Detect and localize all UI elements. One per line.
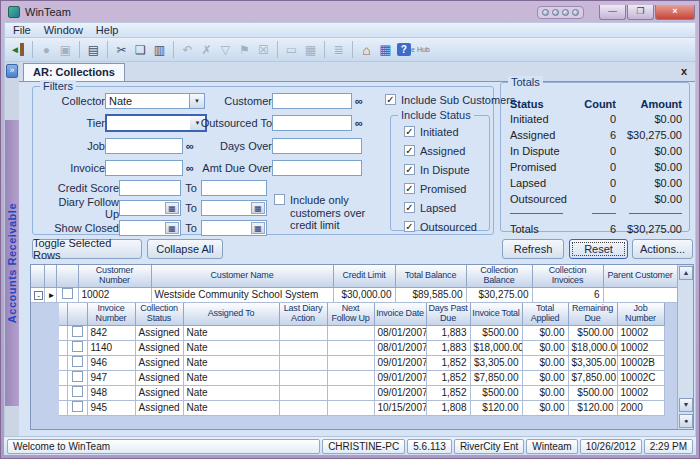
quick-button[interactable] — [552, 9, 559, 16]
delete-icon[interactable]: ✗ — [197, 41, 216, 59]
col-invoice-date[interactable]: Invoice Date — [374, 303, 426, 325]
refresh-button[interactable]: Refresh — [502, 239, 564, 259]
menu-help[interactable]: Help — [96, 24, 119, 36]
col-total-applied[interactable]: Total Applied — [522, 303, 568, 325]
select-grid-icon[interactable]: ▦ — [301, 41, 320, 59]
paste-icon[interactable]: ▥ — [150, 41, 169, 59]
status-checkbox-assigned[interactable]: ✓ — [404, 145, 415, 156]
customer-input[interactable] — [272, 93, 352, 109]
customer-lookup-binoculars-icon[interactable]: ∞ — [355, 95, 362, 107]
collapse-all-button[interactable]: Collapse All — [147, 239, 223, 259]
invoice-row-checkbox[interactable] — [72, 401, 83, 412]
invoice-row[interactable]: 947AssignedNate09/01/20071,852$7,850.00$… — [59, 370, 664, 385]
over-credit-limit-checkbox[interactable] — [274, 194, 285, 205]
col-assigned-to[interactable]: Assigned To — [183, 303, 279, 325]
invoice-row[interactable]: 946AssignedNate09/01/20071,852$3,305.00$… — [59, 355, 664, 370]
save-icon[interactable]: ▣ — [56, 41, 75, 59]
flag-icon[interactable]: ⚑ — [235, 41, 254, 59]
col-invoice-total[interactable]: Invoice Total — [470, 303, 522, 325]
days-over-input[interactable] — [272, 138, 362, 154]
invoice-row-checkbox[interactable] — [72, 386, 83, 397]
grid-icon[interactable]: ▦ — [376, 41, 395, 59]
col-credit-limit[interactable]: Credit Limit — [333, 265, 395, 287]
filter-icon[interactable]: ▽ — [216, 41, 235, 59]
include-sub-customers-checkbox[interactable]: ✓ — [385, 94, 396, 105]
status-checkbox-outsourced[interactable]: ✓ — [404, 221, 415, 232]
show-closed-from-calendar-icon[interactable]: ▦ — [165, 222, 179, 234]
outsourced-lookup-binoculars-icon[interactable]: ∞ — [355, 117, 362, 129]
titlebar-quick-access[interactable] — [537, 6, 584, 19]
record-nav-icon[interactable]: ● — [679, 414, 693, 428]
quick-button[interactable] — [572, 9, 579, 16]
invoice-row-checkbox[interactable] — [72, 341, 83, 352]
col-job-number[interactable]: Job Number — [617, 303, 664, 325]
store-icon[interactable]: ⌂ — [357, 41, 376, 59]
invoice-row-checkbox[interactable] — [72, 371, 83, 382]
diary-from-input[interactable]: ▦ — [119, 200, 181, 216]
invoice-row[interactable]: 1140AssignedNate08/01/20071,883$18,000.0… — [59, 340, 664, 355]
invoice-input[interactable] — [105, 160, 183, 176]
col-remaining-due[interactable]: Remaining Due — [568, 303, 617, 325]
credit-score-from-input[interactable] — [119, 180, 181, 196]
tab-ar-collections[interactable]: AR: Collections — [23, 63, 125, 81]
customer-row[interactable]: - ► 10002 Westside Community School Syst… — [31, 287, 677, 302]
outsourced-to-input[interactable] — [272, 115, 352, 131]
minimize-button[interactable]: — — [599, 5, 626, 20]
invoice-row[interactable]: 948AssignedNate09/01/20071,852$500.00$0.… — [59, 385, 664, 400]
scroll-up-icon[interactable]: ▲ — [679, 266, 693, 280]
ehub-icon[interactable]: e Hub — [411, 41, 430, 59]
amt-due-over-input[interactable] — [272, 160, 362, 176]
col-collection-balance[interactable]: Collection Balance — [466, 265, 532, 287]
close-record-icon[interactable]: ☒ — [254, 41, 273, 59]
col-invoice-number[interactable]: Invoice Number — [87, 303, 135, 325]
print-icon[interactable]: ▤ — [84, 41, 103, 59]
quick-button[interactable] — [542, 9, 549, 16]
customer-number-link[interactable]: 10002 — [78, 287, 151, 302]
invoice-lookup-binoculars-icon[interactable]: ∞ — [186, 162, 193, 174]
diary-to-input[interactable]: ▦ — [201, 200, 267, 216]
collector-input[interactable]: Nate — [105, 93, 190, 109]
invoice-row[interactable]: 842AssignedNate08/01/20071,883$500.00$0.… — [59, 325, 664, 340]
calculator-icon[interactable]: ≣ — [329, 41, 348, 59]
close-button[interactable]: × — [655, 5, 695, 20]
quick-button[interactable] — [562, 9, 569, 16]
grid-vertical-scrollbar[interactable]: ▲ ▼ ● — [677, 265, 693, 429]
cut-icon[interactable]: ✂ — [112, 41, 131, 59]
col-collection-status[interactable]: Collection Status — [135, 303, 183, 325]
status-checkbox-initiated[interactable]: ✓ — [404, 126, 415, 137]
invoice-row[interactable]: 945AssignedNate10/15/20071,808$120.00$0.… — [59, 400, 664, 415]
col-customer-number[interactable]: Customer Number — [78, 265, 151, 287]
maximize-button[interactable]: ❐ — [627, 5, 654, 20]
col-days-past-due[interactable]: Days Past Due — [426, 303, 470, 325]
sidebar-expand-button[interactable]: » — [6, 64, 18, 78]
tier-combo[interactable]: ▼ — [105, 114, 207, 132]
record-icon[interactable]: ● — [37, 41, 56, 59]
col-parent-customer[interactable]: Parent Customer — [603, 265, 677, 287]
tab-close-icon[interactable]: x — [681, 65, 687, 77]
sidebar-strip[interactable]: Accounts Receivable — [5, 120, 19, 406]
scroll-down-icon[interactable]: ▼ — [679, 398, 693, 412]
notes-icon[interactable]: ▭ — [282, 41, 301, 59]
status-checkbox-promised[interactable]: ✓ — [404, 183, 415, 194]
actions-button[interactable]: Actions... — [632, 239, 693, 259]
col-total-balance[interactable]: Total Balance — [395, 265, 466, 287]
copy-icon[interactable]: ❏ — [131, 41, 150, 59]
invoice-row-checkbox[interactable] — [72, 326, 83, 337]
credit-score-to-input[interactable] — [201, 180, 267, 196]
invoice-row-checkbox[interactable] — [72, 356, 83, 367]
col-last-diary-action[interactable]: Last Diary Action — [279, 303, 327, 325]
menu-file[interactable]: File — [13, 24, 31, 36]
show-closed-to-input[interactable]: ▦ — [201, 220, 267, 236]
job-input[interactable] — [105, 138, 183, 154]
tier-input[interactable] — [107, 116, 190, 130]
reset-button[interactable]: Reset — [569, 239, 628, 259]
diary-to-calendar-icon[interactable]: ▦ — [251, 202, 265, 214]
exit-icon[interactable]: ◄ — [10, 43, 24, 56]
diary-from-calendar-icon[interactable]: ▦ — [165, 202, 179, 214]
status-checkbox-in-dispute[interactable]: ✓ — [404, 164, 415, 175]
job-lookup-binoculars-icon[interactable]: ∞ — [186, 140, 193, 152]
status-checkbox-lapsed[interactable]: ✓ — [404, 202, 415, 213]
menu-window[interactable]: Window — [44, 24, 83, 36]
undo-icon[interactable]: ↶ — [178, 41, 197, 59]
help-icon[interactable]: ? — [397, 43, 411, 56]
